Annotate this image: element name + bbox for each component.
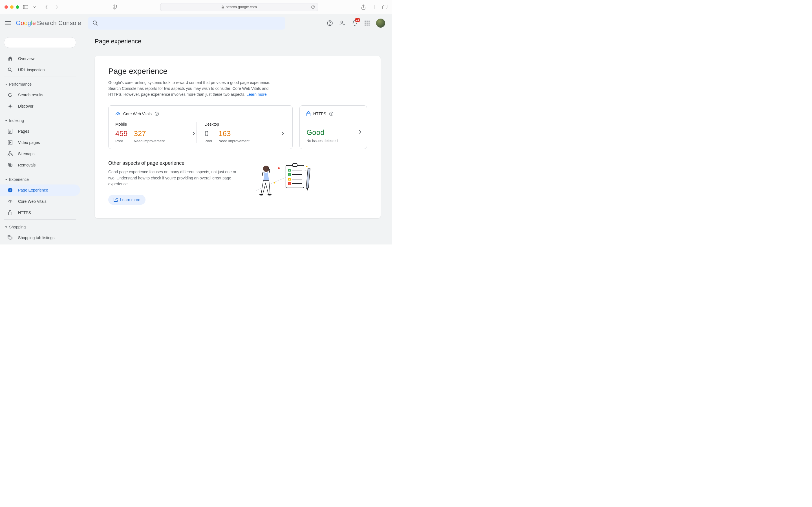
product-name: Search Console	[37, 19, 81, 27]
menu-icon[interactable]	[4, 20, 11, 26]
page-title: Page experience	[95, 38, 380, 45]
apps-icon[interactable]	[364, 20, 370, 26]
open-external-icon	[113, 198, 118, 202]
discover-icon	[7, 103, 13, 109]
mobile-column: Mobile 459 Poor 327 Need improvement	[115, 122, 197, 143]
learn-more-button[interactable]: Learn more	[108, 194, 146, 205]
poor-label: Poor	[115, 139, 128, 143]
search-icon	[93, 20, 98, 26]
home-icon	[7, 56, 13, 61]
chevron-right-icon	[193, 131, 195, 135]
sidebar-item-https[interactable]: HTTPS	[0, 207, 80, 218]
https-status: Good	[306, 128, 360, 137]
sidebar-item-video-pages[interactable]: Video pages	[0, 137, 80, 148]
sidebar-section-indexing[interactable]: Indexing	[0, 115, 80, 126]
sidebar-item-url-inspection[interactable]: URL inspection	[0, 64, 80, 75]
browser-toolbar: search.google.com	[0, 0, 392, 14]
core-web-vitals-panel[interactable]: Core Web Vitals Mobile 459 Poor	[108, 105, 293, 149]
account-avatar[interactable]	[376, 18, 385, 27]
page-icon	[7, 128, 13, 134]
svg-rect-6	[5, 24, 11, 25]
sidebar-item-search-results[interactable]: Search results	[0, 89, 80, 101]
reload-icon[interactable]	[310, 4, 315, 10]
forward-button[interactable]	[54, 4, 59, 10]
panel-title: Core Web Vitals	[123, 112, 152, 116]
google-logo[interactable]: Google Search Console	[16, 19, 81, 27]
sidebar-toggle-icon[interactable]	[23, 4, 28, 10]
sidebar-section-shopping[interactable]: Shopping	[0, 222, 80, 232]
window-minimize[interactable]	[10, 5, 13, 9]
svg-point-11	[341, 21, 343, 23]
sidebar-section-performance[interactable]: Performance	[0, 79, 80, 89]
search-icon	[7, 67, 13, 73]
sidebar-item-core-web-vitals[interactable]: Core Web Vitals	[0, 196, 80, 207]
shield-icon[interactable]	[112, 4, 117, 10]
help-icon[interactable]	[154, 112, 159, 116]
chevron-down-icon[interactable]	[32, 4, 37, 10]
sidebar-item-sitemaps[interactable]: Sitemaps	[0, 148, 80, 159]
property-selector[interactable]	[4, 37, 76, 48]
help-icon[interactable]	[329, 112, 334, 116]
svg-point-42	[156, 115, 157, 115]
sidebar-item-label: Page Experience	[18, 188, 48, 192]
new-tab-icon[interactable]	[371, 4, 377, 10]
address-bar[interactable]: search.google.com	[160, 3, 318, 11]
window-maximize[interactable]	[16, 5, 19, 9]
sidebar-item-shopping-tab[interactable]: Shopping tab listings	[0, 232, 80, 243]
circle-plus-icon	[7, 187, 13, 193]
sidebar-item-discover[interactable]: Discover	[0, 101, 80, 112]
notification-badge: 74	[355, 18, 360, 22]
google-g-icon	[7, 92, 13, 98]
property-search[interactable]	[88, 17, 285, 30]
sidebar-item-label: Core Web Vitals	[18, 199, 47, 204]
svg-line-8	[96, 24, 98, 25]
chevron-right-icon	[282, 131, 284, 135]
help-icon[interactable]	[326, 20, 333, 26]
svg-rect-43	[307, 113, 310, 116]
svg-point-22	[8, 68, 11, 71]
card-title: Page experience	[108, 67, 367, 76]
svg-rect-3	[383, 6, 386, 9]
learn-more-link[interactable]: Learn more	[246, 92, 267, 97]
svg-rect-31	[11, 155, 12, 156]
back-button[interactable]	[44, 4, 49, 10]
svg-point-47	[274, 182, 275, 184]
other-description: Good page experience focuses on many dif…	[108, 169, 241, 187]
sidebar-item-label: Pages	[18, 129, 29, 133]
svg-point-19	[364, 24, 366, 25]
notifications-icon[interactable]: 74	[351, 20, 358, 26]
user-settings-icon[interactable]	[339, 20, 346, 26]
window-close[interactable]	[4, 5, 8, 9]
sidebar-item-label: Removals	[18, 163, 36, 167]
svg-rect-5	[5, 23, 11, 23]
svg-point-59	[263, 166, 269, 172]
sidebar-section-experience[interactable]: Experience	[0, 174, 80, 184]
svg-point-21	[368, 24, 370, 25]
tag-icon	[7, 235, 13, 240]
https-panel[interactable]: HTTPS Good No issues detected	[299, 105, 367, 149]
sidebar-item-label: HTTPS	[18, 210, 31, 215]
sidebar-item-page-experience[interactable]: Page Experience	[0, 184, 80, 196]
sidebar-item-label: URL inspection	[18, 68, 45, 72]
needs-label: Need improvement	[134, 139, 165, 143]
svg-point-61	[267, 194, 271, 195]
illustration	[252, 160, 314, 200]
desktop-label: Desktop	[205, 122, 282, 126]
other-title: Other aspects of page experience	[108, 160, 241, 166]
tabs-icon[interactable]	[382, 4, 388, 10]
svg-point-40	[117, 114, 118, 115]
app-header: Google Search Console 74	[0, 14, 392, 32]
sidebar-item-pages[interactable]: Pages	[0, 126, 80, 137]
svg-rect-30	[8, 155, 9, 156]
svg-rect-2	[221, 7, 224, 8]
sidebar-item-removals[interactable]: Removals	[0, 159, 80, 171]
sitemap-icon	[7, 151, 13, 157]
address-url: search.google.com	[226, 5, 257, 9]
caret-down-icon	[5, 226, 7, 228]
sidebar-item-overview[interactable]: Overview	[0, 53, 80, 64]
share-icon[interactable]	[361, 4, 366, 10]
svg-point-48	[306, 166, 308, 167]
mobile-poor-count: 459	[115, 130, 128, 137]
content-card: Page experience Google's core ranking sy…	[95, 56, 380, 218]
caret-down-icon	[5, 179, 7, 180]
